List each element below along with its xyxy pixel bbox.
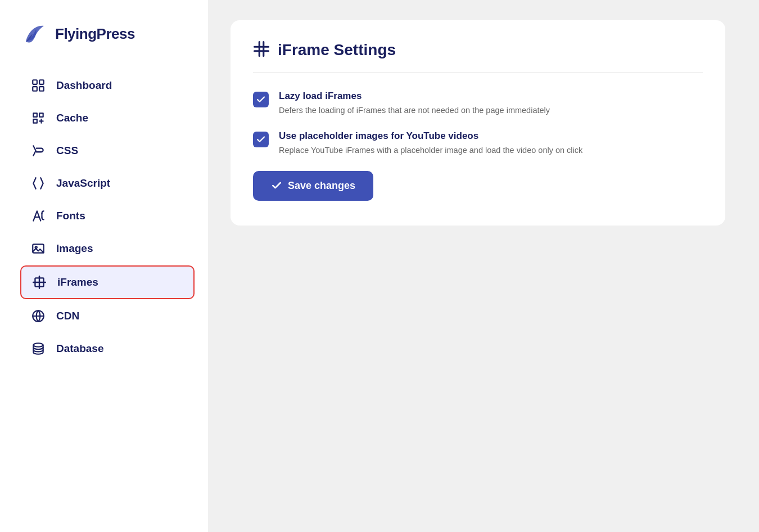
javascript-icon <box>30 175 46 191</box>
lazy-load-title: Lazy load iFrames <box>279 91 550 102</box>
svg-rect-1 <box>39 80 44 84</box>
sidebar-item-fonts-label: Fonts <box>56 210 85 222</box>
database-icon <box>30 341 46 357</box>
svg-rect-0 <box>33 80 37 84</box>
lazy-load-desc: Defers the loading of iFrames that are n… <box>279 105 550 116</box>
setting-lazy-load: Lazy load iFrames Defers the loading of … <box>253 91 703 116</box>
sidebar-item-iframes-label: iFrames <box>57 276 98 288</box>
svg-rect-2 <box>33 87 37 91</box>
sidebar-item-cdn-label: CDN <box>56 310 79 322</box>
lazy-load-checkbox[interactable] <box>253 92 269 107</box>
sidebar-item-dashboard-label: Dashboard <box>56 79 112 92</box>
sidebar: FlyingPress Dashboard <box>0 0 208 532</box>
page-title: iFrame Settings <box>278 41 396 59</box>
cache-icon <box>30 110 46 126</box>
settings-card: iFrame Settings Lazy load iFrames Defers… <box>231 20 725 226</box>
cdn-icon <box>30 308 46 324</box>
sidebar-item-iframes[interactable]: iFrames <box>20 265 195 299</box>
sidebar-item-cache-label: Cache <box>56 112 88 124</box>
placeholder-images-checkbox[interactable] <box>253 132 269 147</box>
sidebar-nav: Dashboard Cache CSS <box>20 70 195 366</box>
sidebar-item-javascript-label: JavaScript <box>56 177 110 190</box>
sidebar-item-cache[interactable]: Cache <box>20 102 195 134</box>
save-button-label: Save changes <box>288 180 355 192</box>
dashboard-icon <box>30 78 46 93</box>
sidebar-item-fonts[interactable]: Fonts <box>20 200 195 232</box>
logo-icon <box>20 20 47 47</box>
sidebar-item-database-label: Database <box>56 342 104 355</box>
page-header: iFrame Settings <box>253 40 703 73</box>
placeholder-images-desc: Replace YouTube iFrames with a placehold… <box>279 145 582 156</box>
page-title-icon <box>253 40 270 60</box>
fonts-icon <box>30 208 46 224</box>
brand-name: FlyingPress <box>55 25 135 43</box>
sidebar-item-images[interactable]: Images <box>20 233 195 264</box>
sidebar-item-css-label: CSS <box>56 145 78 157</box>
svg-point-11 <box>33 343 43 347</box>
checkmark-icon <box>271 180 282 191</box>
save-changes-button[interactable]: Save changes <box>253 171 373 201</box>
sidebar-item-css[interactable]: CSS <box>20 135 195 166</box>
sidebar-item-javascript[interactable]: JavaScript <box>20 168 195 199</box>
placeholder-images-title: Use placeholder images for YouTube video… <box>279 130 582 142</box>
setting-placeholder-images: Use placeholder images for YouTube video… <box>253 130 703 156</box>
svg-rect-3 <box>39 87 44 91</box>
lazy-load-text: Lazy load iFrames Defers the loading of … <box>279 91 550 116</box>
sidebar-item-images-label: Images <box>56 242 93 255</box>
sidebar-item-dashboard[interactable]: Dashboard <box>20 70 195 101</box>
placeholder-images-text: Use placeholder images for YouTube video… <box>279 130 582 156</box>
css-icon <box>30 143 46 159</box>
logo-area: FlyingPress <box>20 20 195 47</box>
main-content: iFrame Settings Lazy load iFrames Defers… <box>208 0 759 532</box>
sidebar-item-cdn[interactable]: CDN <box>20 300 195 332</box>
sidebar-item-database[interactable]: Database <box>20 333 195 364</box>
iframes-icon <box>31 274 47 290</box>
svg-point-6 <box>35 246 37 248</box>
images-icon <box>30 241 46 256</box>
